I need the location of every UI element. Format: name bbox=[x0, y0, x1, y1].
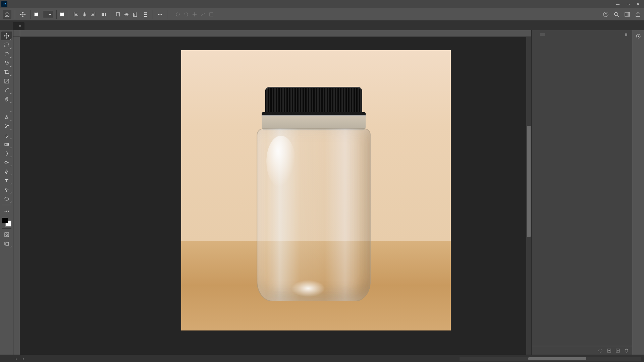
tab-layers[interactable] bbox=[534, 33, 539, 36]
lasso-tool[interactable] bbox=[1, 50, 12, 58]
svg-point-26 bbox=[6, 234, 8, 236]
options-bar bbox=[0, 8, 644, 21]
svg-rect-0 bbox=[102, 13, 103, 16]
move-tool-indicator-icon bbox=[18, 10, 27, 19]
more-tools-icon[interactable] bbox=[1, 207, 12, 216]
clone-stamp-tool[interactable] bbox=[1, 113, 12, 122]
search-icon[interactable] bbox=[613, 11, 620, 18]
align-right-icon[interactable] bbox=[89, 11, 97, 18]
healing-brush-tool[interactable] bbox=[1, 95, 12, 104]
roll-3d-icon bbox=[182, 11, 190, 18]
svg-rect-5 bbox=[144, 16, 147, 17]
distribute-h-icon[interactable] bbox=[100, 11, 107, 18]
svg-point-23 bbox=[6, 211, 7, 212]
svg-point-9 bbox=[176, 13, 179, 16]
svg-point-24 bbox=[8, 211, 9, 212]
move-tool[interactable] bbox=[1, 32, 12, 40]
svg-rect-19 bbox=[5, 143, 9, 145]
options-bar-right-icons bbox=[602, 11, 641, 18]
ruler-corner bbox=[13, 30, 20, 37]
shape-tool[interactable] bbox=[1, 194, 12, 203]
crop-tool[interactable] bbox=[1, 68, 12, 76]
vertical-scrollbar[interactable] bbox=[526, 37, 531, 355]
align-bottom-icon[interactable] bbox=[131, 11, 139, 18]
transform-controls-checkbox[interactable] bbox=[60, 12, 65, 16]
eraser-tool[interactable] bbox=[1, 131, 12, 140]
align-vertical-group bbox=[114, 11, 139, 18]
align-left-icon[interactable] bbox=[72, 11, 80, 18]
type-tool[interactable] bbox=[1, 176, 12, 185]
auto-select-target-dropdown[interactable] bbox=[43, 11, 53, 18]
maximize-button[interactable]: ▭ bbox=[623, 1, 633, 7]
screen-mode-tool[interactable] bbox=[1, 239, 12, 248]
foreground-color[interactable] bbox=[2, 217, 8, 223]
pen-tool[interactable] bbox=[1, 167, 12, 176]
vertical-ruler[interactable] bbox=[13, 37, 20, 355]
panel-menu-icon[interactable]: ≡ bbox=[622, 31, 630, 38]
svg-point-22 bbox=[4, 211, 5, 212]
tab-channels[interactable] bbox=[540, 33, 545, 36]
close-button[interactable]: ✕ bbox=[633, 1, 643, 7]
svg-point-34 bbox=[638, 36, 639, 37]
quick-mask-tool[interactable] bbox=[1, 230, 12, 239]
path-select-tool[interactable] bbox=[1, 185, 12, 194]
horizontal-scrollbar[interactable] bbox=[460, 357, 641, 361]
properties-panel-icon[interactable] bbox=[634, 32, 642, 40]
auto-select-checkbox[interactable] bbox=[34, 12, 40, 16]
new-channel-icon[interactable] bbox=[615, 348, 621, 353]
align-center-v-icon[interactable] bbox=[123, 11, 130, 18]
home-button[interactable] bbox=[3, 10, 11, 19]
delete-channel-icon[interactable] bbox=[624, 348, 629, 353]
window-controls: — ▭ ✕ bbox=[613, 1, 643, 7]
align-top-icon[interactable] bbox=[114, 11, 122, 18]
brush-tool[interactable] bbox=[1, 104, 12, 113]
viewport[interactable] bbox=[20, 37, 531, 355]
title-bar: Ps — ▭ ✕ bbox=[0, 0, 644, 8]
load-selection-icon[interactable] bbox=[598, 348, 603, 353]
status-arrow-right[interactable]: › bbox=[23, 357, 24, 361]
tab-paths[interactable] bbox=[546, 33, 551, 36]
svg-rect-28 bbox=[6, 243, 9, 245]
canvas-image[interactable] bbox=[181, 50, 451, 330]
app-icon: Ps bbox=[1, 1, 7, 7]
distribute-v-icon[interactable] bbox=[142, 11, 149, 18]
frame-tool[interactable] bbox=[1, 77, 12, 85]
svg-point-11 bbox=[603, 12, 608, 17]
svg-point-29 bbox=[599, 349, 602, 352]
more-align-icon[interactable] bbox=[156, 11, 164, 18]
svg-rect-2 bbox=[105, 13, 106, 16]
align-center-h-icon[interactable] bbox=[81, 11, 88, 18]
mode-3d-icons bbox=[174, 11, 215, 18]
dodge-tool[interactable] bbox=[1, 158, 12, 167]
share-icon[interactable] bbox=[635, 11, 641, 18]
save-selection-icon[interactable] bbox=[606, 348, 612, 353]
scale-3d-icon bbox=[208, 11, 215, 18]
minimize-button[interactable]: — bbox=[613, 1, 623, 7]
svg-rect-3 bbox=[144, 12, 147, 13]
quick-select-tool[interactable] bbox=[1, 59, 12, 67]
cloud-sync-icon[interactable] bbox=[602, 11, 609, 18]
tab-3d[interactable] bbox=[552, 33, 557, 36]
svg-point-12 bbox=[614, 12, 618, 16]
document-tab[interactable]: × bbox=[13, 22, 24, 30]
tools-panel bbox=[0, 30, 13, 355]
jar-body bbox=[257, 128, 371, 301]
eyedropper-tool[interactable] bbox=[1, 86, 12, 95]
svg-rect-10 bbox=[210, 13, 213, 16]
close-tab-icon[interactable]: × bbox=[19, 24, 21, 28]
svg-rect-1 bbox=[103, 13, 104, 16]
svg-point-7 bbox=[160, 14, 161, 15]
channel-panel-footer bbox=[532, 346, 632, 355]
marquee-tool[interactable] bbox=[1, 41, 12, 49]
history-brush-tool[interactable] bbox=[1, 122, 12, 131]
status-arrow-left[interactable]: ‹ bbox=[15, 357, 17, 361]
workspace-icon[interactable] bbox=[624, 11, 631, 18]
horizontal-ruler[interactable] bbox=[20, 30, 531, 37]
panel-tab-bar: ≡ bbox=[532, 30, 632, 39]
blur-tool[interactable] bbox=[1, 149, 12, 158]
color-swatch[interactable] bbox=[2, 217, 11, 227]
slide-3d-icon bbox=[199, 11, 207, 18]
collapsed-panels-strip bbox=[632, 30, 644, 355]
gradient-tool[interactable] bbox=[1, 140, 12, 149]
svg-rect-17 bbox=[5, 79, 9, 83]
